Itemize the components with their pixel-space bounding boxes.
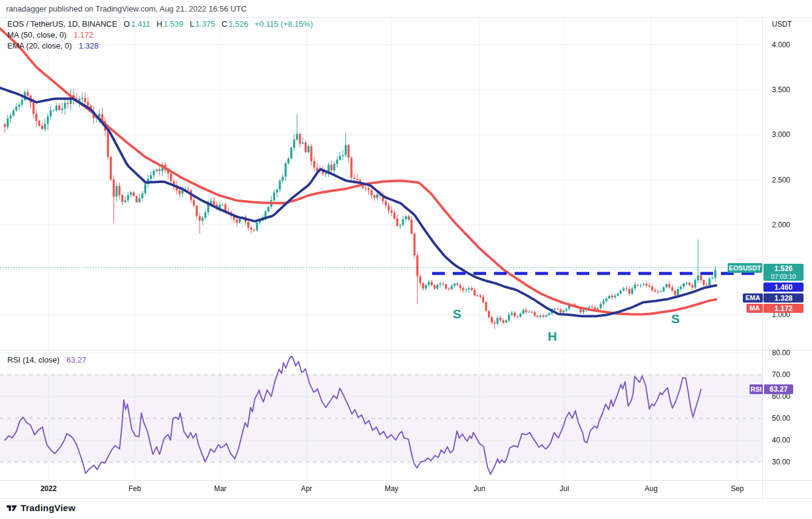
neckline-price-badge: 1.460	[763, 283, 804, 292]
tradingview-chart-snapshot: ranadagger published on TradingView.com,…	[0, 0, 812, 519]
ema-badge-value-text: 1.328	[774, 295, 793, 302]
legend-ma-label: MA (50, close, 0)	[7, 30, 67, 39]
symbol-price-value: 1.526	[774, 265, 793, 272]
pattern-annotation-head: H	[547, 329, 557, 344]
legend-change: +0.115 (+8.15%)	[255, 19, 313, 28]
time-axis-label: 2022	[41, 484, 57, 493]
ema-badge-value: 1.328	[763, 293, 804, 303]
time-axis-label: Aug	[645, 484, 657, 493]
pattern-annotation-left-shoulder: S	[453, 307, 461, 321]
legend-rsi-label: RSI (14, close)	[7, 355, 59, 364]
legend-close-key: C	[222, 19, 227, 28]
rsi-axis-tick: 40.00	[772, 436, 790, 444]
rsi-axis-tick: 80.00	[772, 349, 790, 357]
footer-divider	[0, 498, 812, 499]
rsi-badge-value: 63.27	[764, 384, 793, 394]
time-axis-label: Mar	[214, 484, 227, 493]
rsi-badge-label: RSI	[749, 384, 763, 394]
price-axis-tick: 3.000	[772, 130, 790, 139]
ma-badge-value-text: 1.172	[774, 305, 793, 312]
legend-ema-value: 1.328	[79, 41, 99, 50]
legend-ma-row[interactable]: MA (50, close, 0) 1.172	[7, 30, 93, 39]
bar-countdown: 07:03:10	[771, 273, 796, 280]
chart-canvas[interactable]	[0, 0, 812, 519]
price-axis-currency: USDT	[772, 20, 792, 28]
time-axis-label: Apr	[301, 484, 313, 493]
time-axis-label: May	[385, 484, 399, 493]
ma-badge-value: 1.172	[763, 304, 804, 313]
price-axis-tick: 4.000	[772, 41, 790, 49]
legend-open-value: 1.411	[131, 19, 151, 28]
symbol-price-badge: 1.526 07:03:10	[763, 264, 804, 281]
legend-low-key: L	[190, 19, 194, 28]
legend-open-key: O	[124, 19, 130, 28]
price-axis-divider	[762, 17, 763, 498]
price-axis-tick: 3.500	[772, 85, 790, 94]
price-axis-tick: 2.500	[772, 176, 790, 184]
rsi-axis-tick: 70.00	[772, 370, 790, 379]
ma-badge-label: MA	[746, 304, 763, 313]
ema-badge-label-text: EMA	[745, 295, 760, 301]
pattern-annotation-right-shoulder: S	[671, 312, 680, 326]
legend-close-value: 1.526	[228, 19, 248, 28]
time-axis-label: Feb	[129, 484, 141, 493]
legend-symbol-row[interactable]: EOS / TetherUS, 1D, BINANCE O1.411 H1.53…	[7, 19, 313, 28]
rsi-axis-tick: 30.00	[772, 458, 790, 466]
pane-divider[interactable]	[0, 350, 812, 350]
legend-ema-row[interactable]: EMA (20, close, 0) 1.328	[7, 41, 98, 50]
time-axis-label: Sep	[731, 484, 743, 493]
legend-ema-label: EMA (20, close, 0)	[7, 41, 72, 50]
tradingview-logo-icon[interactable]	[6, 504, 19, 515]
rsi-badge-label-text: RSI	[751, 386, 762, 393]
time-axis-label: Jul	[560, 484, 569, 493]
legend-ma-value: 1.172	[73, 30, 93, 39]
symbol-price-label-text: EOSUSDT	[729, 265, 761, 272]
symbol-price-label-badge: EOSUSDT	[728, 263, 762, 273]
ema-badge-label: EMA	[743, 293, 763, 303]
ma-badge-label-text: MA	[749, 305, 760, 312]
rsi-badge-value-text: 63.27	[770, 386, 788, 393]
time-axis-divider	[0, 480, 812, 481]
time-axis-label: Jun	[473, 484, 485, 493]
neckline-price-value: 1.460	[774, 284, 793, 291]
legend-high-value: 1.539	[163, 19, 183, 28]
legend-symbol: EOS / TetherUS, 1D, BINANCE	[7, 19, 117, 28]
legend-rsi-value: 63.27	[67, 355, 87, 364]
legend-rsi-row[interactable]: RSI (14, close) 63.27	[7, 355, 86, 364]
price-axis-tick: 2.000	[772, 221, 790, 229]
rsi-axis-tick: 50.00	[772, 414, 790, 423]
legend-high-key: H	[157, 19, 162, 28]
legend-low-value: 1.375	[195, 19, 215, 28]
tradingview-brand-text[interactable]: TradingView	[21, 503, 75, 513]
